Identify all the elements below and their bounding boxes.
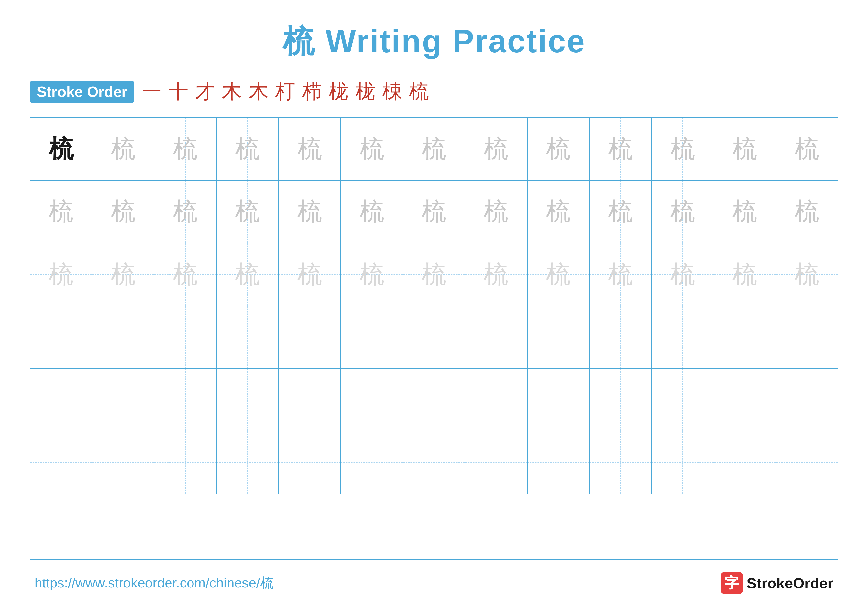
cell-character: 梳	[235, 258, 260, 291]
cell-character: 梳	[111, 258, 136, 291]
brand-icon: 字	[721, 572, 743, 594]
cell-character: 梳	[173, 195, 198, 229]
grid-cell: 梳	[776, 118, 838, 180]
cell-character: 梳	[173, 258, 198, 291]
grid-row	[30, 431, 838, 494]
grid-row: 梳梳梳梳梳梳梳梳梳梳梳梳梳	[30, 243, 838, 306]
grid-cell	[341, 306, 403, 368]
grid-cell: 梳	[403, 243, 465, 305]
cell-character: 梳	[484, 132, 508, 166]
grid-cell	[403, 431, 465, 494]
cell-character: 梳	[732, 258, 757, 291]
grid-cell	[652, 369, 714, 431]
grid-row	[30, 306, 838, 369]
cell-character: 梳	[795, 132, 819, 166]
grid-cell: 梳	[217, 180, 279, 243]
page-title: 梳 Writing Practice	[282, 20, 586, 64]
footer-brand: 字 StrokeOrder	[721, 572, 833, 594]
stroke-step-2: 十	[169, 78, 188, 105]
grid-cell: 梳	[527, 243, 590, 305]
grid-cell: 梳	[217, 243, 279, 305]
grid-cell	[154, 306, 217, 368]
stroke-steps: 一 十 才 木 木 朾 栉 栊 栊 梀 梳	[142, 78, 838, 105]
grid-cell	[154, 431, 217, 494]
grid-cell	[92, 306, 154, 368]
cell-character: 梳	[484, 258, 508, 291]
grid-cell	[30, 369, 92, 431]
grid-cell: 梳	[714, 243, 776, 305]
cell-character: 梳	[732, 195, 757, 229]
grid-cell	[279, 369, 341, 431]
grid-cell	[776, 431, 838, 494]
cell-character: 梳	[422, 195, 446, 229]
grid-cell: 梳	[279, 180, 341, 243]
cell-character: 梳	[795, 195, 819, 229]
grid-cell	[279, 306, 341, 368]
grid-cell	[341, 431, 403, 494]
stroke-step-10: 梀	[382, 78, 402, 105]
cell-character: 梳	[484, 195, 508, 229]
cell-character: 梳	[546, 195, 570, 229]
grid-row: 梳梳梳梳梳梳梳梳梳梳梳梳梳	[30, 118, 838, 180]
grid-cell	[527, 306, 590, 368]
stroke-step-11: 梳	[409, 78, 429, 105]
cell-character: 梳	[608, 195, 633, 229]
grid-cell	[652, 431, 714, 494]
grid-cell	[341, 369, 403, 431]
grid-cell: 梳	[154, 180, 217, 243]
grid-cell	[714, 369, 776, 431]
cell-character: 梳	[111, 132, 136, 166]
grid-cell: 梳	[652, 118, 714, 180]
cell-character: 梳	[608, 132, 633, 166]
grid-cell	[279, 431, 341, 494]
grid-cell	[776, 306, 838, 368]
footer-url: https://www.strokeorder.com/chinese/梳	[35, 574, 274, 592]
grid-cell: 梳	[403, 180, 465, 243]
grid-cell	[217, 369, 279, 431]
cell-character: 梳	[670, 258, 695, 291]
cell-character: 梳	[422, 132, 446, 166]
stroke-step-5: 木	[249, 78, 268, 105]
cell-character: 梳	[298, 132, 322, 166]
grid-cell: 梳	[30, 243, 92, 305]
grid-cell: 梳	[341, 243, 403, 305]
cell-character: 梳	[360, 195, 384, 229]
stroke-order-badge: Stroke Order	[30, 81, 134, 103]
grid-cell: 梳	[154, 118, 217, 180]
stroke-step-6: 朾	[275, 78, 295, 105]
grid-cell	[92, 431, 154, 494]
grid-cell: 梳	[714, 180, 776, 243]
grid-cell: 梳	[590, 180, 652, 243]
grid-cell	[590, 431, 652, 494]
stroke-step-8: 栊	[329, 78, 349, 105]
cell-character: 梳	[111, 195, 136, 229]
grid-cell: 梳	[776, 243, 838, 305]
grid-cell: 梳	[465, 180, 527, 243]
grid-cell: 梳	[30, 180, 92, 243]
grid-row: 梳梳梳梳梳梳梳梳梳梳梳梳梳	[30, 180, 838, 243]
grid-cell	[217, 431, 279, 494]
grid-cell	[652, 306, 714, 368]
stroke-step-9: 栊	[356, 78, 375, 105]
grid-cell	[403, 306, 465, 368]
grid-cell: 梳	[341, 118, 403, 180]
stroke-order-row: Stroke Order 一 十 才 木 木 朾 栉 栊 栊 梀 梳	[30, 78, 838, 105]
cell-character: 梳	[360, 258, 384, 291]
brand-icon-text: 字	[724, 574, 739, 593]
stroke-step-7: 栉	[302, 78, 322, 105]
title-character: 梳	[282, 23, 315, 59]
grid-cell	[30, 306, 92, 368]
practice-grid: 梳梳梳梳梳梳梳梳梳梳梳梳梳梳梳梳梳梳梳梳梳梳梳梳梳梳梳梳梳梳梳梳梳梳梳梳梳梳梳	[30, 117, 838, 560]
grid-cell: 梳	[92, 243, 154, 305]
cell-character: 梳	[670, 195, 695, 229]
cell-character: 梳	[670, 132, 695, 166]
cell-character: 梳	[732, 132, 757, 166]
title-text: Writing Practice	[315, 23, 586, 59]
grid-cell: 梳	[217, 118, 279, 180]
grid-cell: 梳	[279, 118, 341, 180]
grid-cell	[527, 431, 590, 494]
grid-cell: 梳	[652, 180, 714, 243]
cell-character: 梳	[546, 132, 570, 166]
brand-name: StrokeOrder	[747, 575, 833, 592]
grid-cell	[590, 306, 652, 368]
